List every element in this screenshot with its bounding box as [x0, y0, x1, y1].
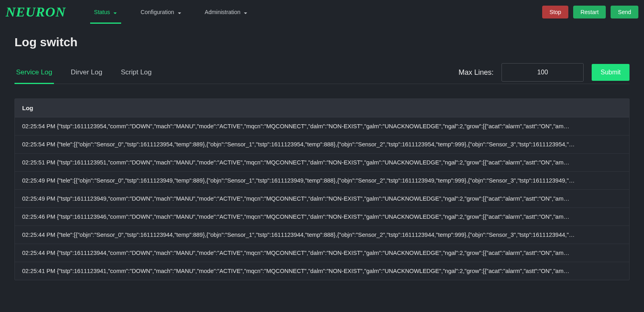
log-row: 02:25:51 PM {"tstp":1611123951,"comm":"D… — [15, 154, 629, 172]
log-row: 02:25:44 PM {"tele":[{"objn":"Sensor_0",… — [15, 226, 629, 244]
chevron-down-icon — [244, 10, 248, 14]
nav-item-label: Status — [94, 9, 110, 15]
log-table-body: 02:25:54 PM {"tstp":1611123954,"comm":"D… — [15, 117, 629, 280]
main-content: Log switch Service Log Dirver Log Script… — [0, 24, 644, 280]
send-button[interactable]: Send — [611, 6, 638, 18]
maxlines-input[interactable] — [502, 63, 584, 82]
restart-button[interactable]: Restart — [573, 6, 606, 18]
log-row: 02:25:49 PM {"tstp":1611123949,"comm":"D… — [15, 190, 629, 208]
log-table: Log 02:25:54 PM {"tstp":1611123954,"comm… — [14, 99, 630, 280]
log-tabs: Service Log Dirver Log Script Log — [14, 61, 153, 84]
nav-item-administration[interactable]: Administration — [201, 2, 252, 23]
nav-item-label: Configuration — [140, 9, 174, 15]
maxlines-label: Max Lines: — [458, 68, 493, 77]
log-row: 02:25:49 PM {"tele":[{"objn":"Sensor_0",… — [15, 172, 629, 190]
tab-script-log[interactable]: Script Log — [119, 61, 153, 84]
tab-dirver-log[interactable]: Dirver Log — [69, 61, 104, 84]
log-row: 02:25:41 PM {"tstp":1611123941,"comm":"D… — [15, 262, 629, 280]
page-title: Log switch — [14, 35, 630, 49]
tabs-row: Service Log Dirver Log Script Log Max Li… — [14, 61, 630, 84]
nav-item-label: Administration — [205, 9, 241, 15]
nav-item-status[interactable]: Status — [90, 2, 122, 24]
nav-item-configuration[interactable]: Configuration — [136, 2, 185, 23]
top-nav: Status Configuration Administration — [90, 2, 252, 23]
log-row: 02:25:54 PM {"tele":[{"objn":"Sensor_0",… — [15, 135, 629, 154]
log-row: 02:25:54 PM {"tstp":1611123954,"comm":"D… — [15, 117, 629, 135]
topbar-actions: Stop Restart Send — [542, 6, 638, 18]
stop-button[interactable]: Stop — [542, 6, 568, 18]
submit-button[interactable]: Submit — [592, 64, 630, 81]
chevron-down-icon — [113, 10, 117, 14]
log-table-header: Log — [15, 99, 629, 117]
logo: NEURON — [6, 4, 66, 20]
log-row: 02:25:46 PM {"tstp":1611123946,"comm":"D… — [15, 208, 629, 226]
topbar: NEURON Status Configuration Administrati… — [0, 0, 644, 24]
chevron-down-icon — [178, 10, 182, 14]
tabs-right-controls: Max Lines: Submit — [458, 63, 630, 82]
tab-service-log[interactable]: Service Log — [14, 61, 54, 84]
log-row: 02:25:44 PM {"tstp":1611123944,"comm":"D… — [15, 244, 629, 262]
